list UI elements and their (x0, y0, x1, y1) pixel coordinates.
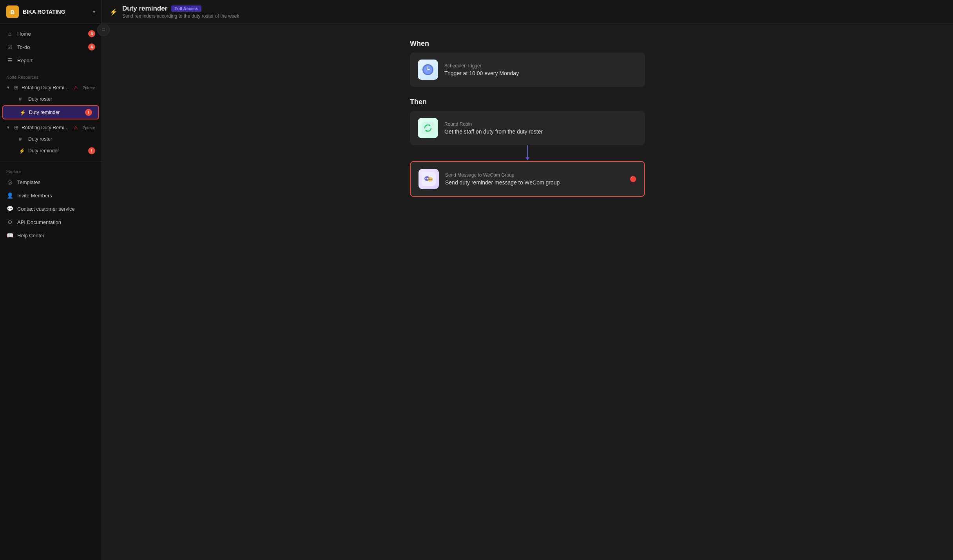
svg-rect-5 (422, 122, 434, 134)
page-title: Duty reminder (122, 5, 167, 13)
grid-icon-2: ⊞ (14, 125, 18, 130)
svg-point-4 (428, 69, 429, 70)
page-subtitle: Send reminders according to the duty ros… (122, 13, 239, 19)
api-icon: ⚙ (6, 219, 13, 226)
tree-parent-2-label: Rotating Duty Remin... (22, 125, 70, 130)
contact-label: Contact customer service (17, 206, 75, 212)
templates-icon: ◎ (6, 179, 13, 186)
tree-child-duty-reminder-2[interactable]: ⚡ Duty reminder ! (0, 145, 101, 157)
tree-child-duty-roster-2[interactable]: # Duty roster (0, 133, 101, 145)
sidebar-item-templates[interactable]: ◎ Templates (0, 175, 101, 189)
scheduler-card-text: Scheduler Trigger Trigger at 10:00 every… (444, 63, 519, 76)
lightning-icon-2: ⚡ (19, 148, 25, 154)
help-label: Help Center (17, 233, 44, 238)
tree-parent-1-pieces: 2piece (83, 85, 95, 90)
tree-child-duty-roster-1[interactable]: # Duty roster (0, 93, 101, 105)
contact-icon: 💬 (6, 205, 13, 212)
home-badge: 4 (88, 30, 95, 37)
hash-icon-1: # (19, 96, 25, 102)
scheduler-card-value: Trigger at 10:00 every Monday (444, 70, 519, 76)
roundrobin-card-text: Round Robin Get the staff on duty from t… (444, 121, 543, 135)
node-resources-label: Node Resources (0, 70, 101, 81)
svg-point-12 (427, 178, 428, 179)
flow-container: When Scheduler Trigger Trigger at 10:00 … (410, 40, 645, 197)
workspace-chevron-icon: ▾ (93, 9, 95, 14)
sidebar-item-home[interactable]: ⌂ Home 4 (0, 27, 101, 40)
workspace-header[interactable]: B BIKA ROTATING ▾ (0, 0, 101, 24)
duty-reminder-2-badge: ! (88, 147, 95, 154)
sidebar: B BIKA ROTATING ▾ ⌂ Home 4 ☑ To-do 4 ☰ R… (0, 0, 102, 560)
wecom-card-value: Send duty reminder message to WeCom grou… (445, 179, 560, 186)
sidebar-item-api[interactable]: ⚙ API Documentation (0, 215, 101, 229)
round-robin-card[interactable]: Round Robin Get the staff on duty from t… (410, 111, 645, 145)
tree-group-1: ▼ ⊞ Rotating Duty Remin... ⚠ 2piece # Du… (0, 81, 101, 121)
workspace-avatar: B (6, 5, 19, 18)
tree-child-duty-reminder-1[interactable]: ⚡ Duty reminder ! (2, 105, 99, 119)
explore-label: Explore (0, 164, 101, 175)
sidebar-item-report[interactable]: ☰ Report (0, 54, 101, 67)
scheduler-trigger-card[interactable]: Scheduler Trigger Trigger at 10:00 every… (410, 52, 645, 87)
help-icon: 📖 (6, 232, 13, 239)
wecom-card[interactable]: Send Message to WeCom Group Send duty re… (410, 161, 645, 197)
svg-point-14 (431, 179, 432, 180)
wecom-icon (419, 169, 439, 189)
svg-point-10 (428, 177, 433, 182)
duty-reminder-1-label: Duty reminder (29, 110, 60, 115)
invite-icon: 👤 (6, 192, 13, 199)
tree-arrow-1: ▼ (6, 85, 11, 90)
templates-label: Templates (17, 179, 40, 185)
canvas-area: When Scheduler Trigger Trigger at 10:00 … (102, 24, 953, 560)
roundrobin-card-value: Get the staff on duty from the duty rost… (444, 128, 543, 135)
duty-roster-1-label: Duty roster (28, 96, 52, 102)
tree-parent-1-label: Rotating Duty Remin... (22, 85, 70, 90)
sidebar-item-home-label: Home (17, 31, 31, 37)
sidebar-item-todo-label: To-do (17, 44, 30, 50)
scheduler-icon (418, 60, 438, 80)
invite-label: Invite Members (17, 193, 52, 199)
when-label: When (410, 40, 429, 48)
todo-icon: ☑ (6, 43, 13, 51)
svg-point-13 (429, 179, 430, 180)
sidebar-item-todo[interactable]: ☑ To-do 4 (0, 40, 101, 54)
hash-icon-2: # (19, 136, 25, 142)
main-content: ⚡ Duty reminder Full Access Send reminde… (102, 0, 953, 560)
sidebar-nav: ⌂ Home 4 ☑ To-do 4 ☰ Report (0, 24, 101, 70)
toggle-icon: ≡ (102, 27, 105, 33)
todo-badge: 4 (88, 43, 95, 51)
then-label: Then (410, 98, 427, 106)
duty-roster-2-label: Duty roster (28, 136, 52, 142)
tree-parent-1-warning: ⚠ (74, 85, 78, 90)
wecom-card-warning-icon: 🔴 (630, 176, 636, 182)
tree-group-2: ▼ ⊞ Rotating Duty Remin... ⚠ 2piece # Du… (0, 121, 101, 158)
duty-reminder-1-badge: ! (85, 109, 92, 116)
tree-parent-2-pieces: 2piece (83, 125, 95, 130)
sidebar-item-invite[interactable]: 👤 Invite Members (0, 189, 101, 202)
tree-parent-2-warning: ⚠ (74, 125, 78, 130)
svg-point-11 (426, 178, 427, 179)
sidebar-item-report-label: Report (17, 58, 33, 63)
tree-arrow-2: ▼ (6, 125, 11, 130)
flow-connector (527, 145, 528, 158)
wecom-card-text: Send Message to WeCom Group Send duty re… (445, 172, 560, 186)
topbar-lightning-icon: ⚡ (110, 8, 118, 16)
grid-icon-1: ⊞ (14, 85, 18, 90)
scheduler-card-label: Scheduler Trigger (444, 63, 519, 69)
tree-parent-1[interactable]: ▼ ⊞ Rotating Duty Remin... ⚠ 2piece (0, 82, 101, 93)
wecom-card-label: Send Message to WeCom Group (445, 172, 560, 178)
sidebar-item-help[interactable]: 📖 Help Center (0, 229, 101, 242)
tree-parent-2[interactable]: ▼ ⊞ Rotating Duty Remin... ⚠ 2piece (0, 122, 101, 133)
top-bar-inner: Duty reminder Full Access Send reminders… (122, 5, 239, 19)
duty-reminder-2-label: Duty reminder (28, 148, 59, 154)
roundrobin-icon (418, 118, 438, 138)
home-icon: ⌂ (6, 30, 13, 37)
lightning-icon-1: ⚡ (20, 110, 26, 116)
workspace-name: BIKA ROTATING (23, 9, 89, 15)
sidebar-toggle-button[interactable]: ≡ (97, 23, 110, 36)
report-icon: ☰ (6, 57, 13, 64)
roundrobin-card-label: Round Robin (444, 121, 543, 127)
access-badge: Full Access (171, 5, 201, 12)
top-bar: ⚡ Duty reminder Full Access Send reminde… (102, 0, 953, 24)
sidebar-item-contact[interactable]: 💬 Contact customer service (0, 202, 101, 215)
top-bar-title-row: Duty reminder Full Access (122, 5, 239, 13)
explore-section: Explore ◎ Templates 👤 Invite Members 💬 C… (0, 161, 101, 242)
